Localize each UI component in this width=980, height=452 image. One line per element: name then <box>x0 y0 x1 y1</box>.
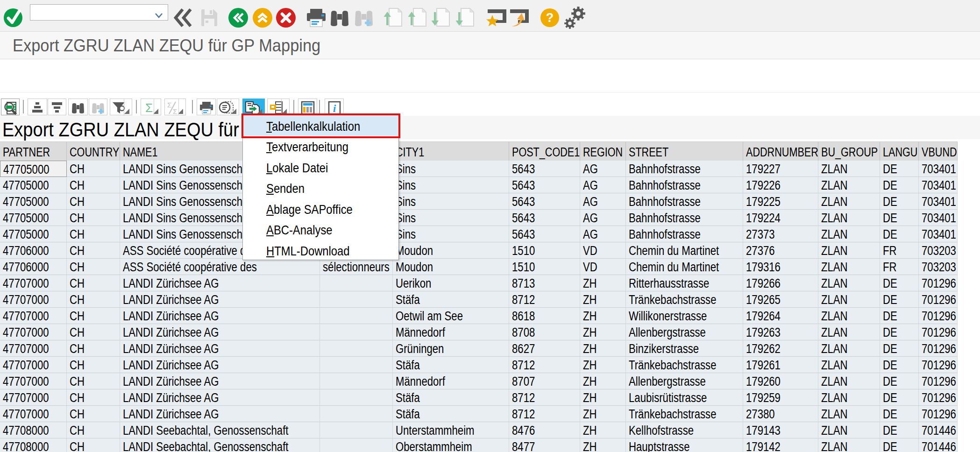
svg-text:Σ: Σ <box>145 101 153 115</box>
svg-text:Σ: Σ <box>167 101 171 109</box>
svg-text:Σ: Σ <box>173 107 177 115</box>
svg-text:?: ? <box>546 11 554 25</box>
svg-text:i: i <box>333 102 336 114</box>
